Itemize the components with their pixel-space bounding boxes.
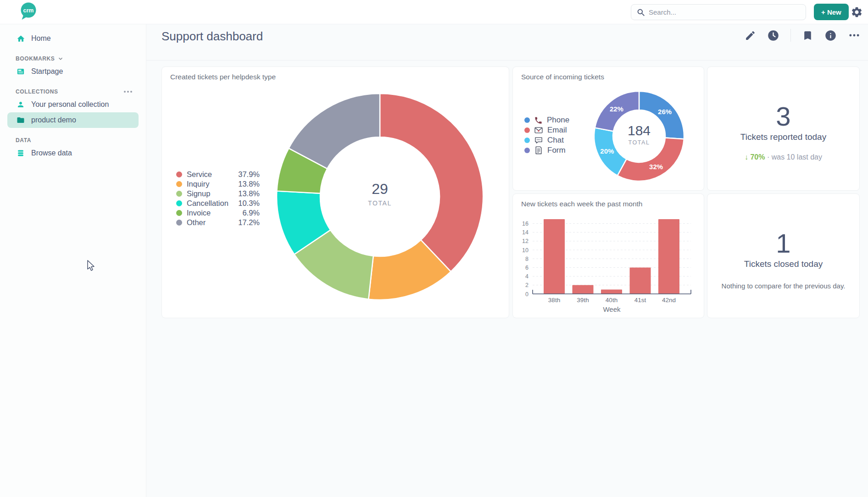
legend-dot bbox=[176, 210, 182, 216]
sidebar-item-label: Home bbox=[31, 34, 51, 43]
legend-label: Invoice bbox=[187, 209, 211, 217]
legend-dot bbox=[524, 127, 530, 133]
delta-percent: 70% bbox=[750, 153, 765, 161]
legend-label: Chat bbox=[547, 136, 564, 145]
legend-item-invoice[interactable]: Invoice6.9% bbox=[176, 208, 260, 218]
legend-label: Other bbox=[187, 218, 206, 227]
startpage-icon bbox=[16, 67, 26, 76]
x-tick-label: 38th bbox=[548, 297, 560, 304]
slice-percent-label: 22% bbox=[610, 105, 623, 113]
search-icon bbox=[636, 8, 646, 17]
settings-gear-icon[interactable] bbox=[851, 6, 863, 20]
legend-label: Email bbox=[547, 126, 567, 135]
legend-item-chat[interactable]: Chat bbox=[524, 135, 593, 145]
actions-divider bbox=[790, 29, 791, 42]
search-input[interactable] bbox=[649, 5, 802, 20]
crm-logo[interactable]: crm bbox=[19, 1, 38, 23]
donut-slice-email[interactable] bbox=[618, 138, 684, 181]
card-new-tickets-each-week[interactable]: New tickets each week the past month 024… bbox=[512, 193, 704, 318]
card-title: New tickets each week the past month bbox=[521, 200, 643, 208]
legend-item-phone[interactable]: Phone bbox=[524, 115, 593, 125]
y-tick-label: 6 bbox=[525, 265, 529, 271]
legend-dot bbox=[524, 148, 530, 153]
x-tick-label: 42nd bbox=[662, 297, 676, 304]
new-button[interactable]: + New bbox=[814, 4, 849, 20]
legend-item-form[interactable]: Form bbox=[524, 145, 593, 155]
legend-dot bbox=[176, 220, 182, 226]
legend-item-signup[interactable]: Signup13.8% bbox=[176, 189, 260, 199]
legend-value: 17.2% bbox=[238, 218, 260, 227]
bar-38th[interactable] bbox=[544, 219, 565, 294]
bar-42nd[interactable] bbox=[658, 219, 679, 294]
crm-logo-icon: crm bbox=[19, 1, 38, 22]
legend-item-service[interactable]: Service37.9% bbox=[176, 170, 260, 179]
legend-item-inquiry[interactable]: Inquiry13.8% bbox=[176, 179, 260, 189]
section-label-text: DATA bbox=[16, 137, 31, 144]
bar-41st[interactable] bbox=[630, 267, 651, 294]
y-tick-label: 0 bbox=[525, 291, 529, 298]
search-box[interactable] bbox=[631, 4, 806, 20]
edit-pencil-icon[interactable] bbox=[745, 30, 756, 41]
card-tickets-closed-today[interactable]: 1 Tickets closed today Nothing to compar… bbox=[707, 193, 860, 318]
sidebar-item-browse-data[interactable]: Browse data bbox=[7, 145, 139, 161]
kpi-value: 3 bbox=[707, 101, 859, 132]
x-tick-label: 40th bbox=[606, 297, 618, 304]
sidebar-item-personal-collection[interactable]: Your personal collection bbox=[7, 97, 139, 112]
helpdesk-donut-legend: Service37.9%Inquiry13.8%Signup13.8%Cance… bbox=[176, 170, 260, 227]
more-options-icon[interactable] bbox=[848, 29, 861, 42]
history-clock-icon[interactable] bbox=[767, 29, 779, 42]
sidebar-item-startpage[interactable]: Startpage bbox=[7, 64, 139, 79]
card-source-of-incoming-tickets[interactable]: Source of incoming tickets 26%32%20%22% … bbox=[512, 66, 704, 191]
bookmark-icon[interactable] bbox=[802, 30, 813, 41]
kpi-label: Tickets reported today bbox=[707, 132, 859, 142]
card-created-tickets-per-helpdesk-type[interactable]: Created tickets per helpdesk type Servic… bbox=[161, 66, 509, 318]
sidebar: Home BOOKMARKS Startpage COLLECTIONS You… bbox=[0, 24, 146, 497]
y-tick-label: 12 bbox=[522, 238, 529, 244]
info-icon[interactable] bbox=[824, 29, 837, 42]
bar-39th[interactable] bbox=[573, 285, 594, 294]
legend-value: 13.8% bbox=[238, 189, 260, 198]
arrow-down-icon: ↓ bbox=[745, 153, 748, 161]
legend-item-cancellation[interactable]: Cancellation10.3% bbox=[176, 199, 260, 208]
sidebar-item-label: product demo bbox=[31, 116, 76, 124]
legend-dot bbox=[524, 117, 530, 123]
sidebar-item-home[interactable]: Home bbox=[7, 31, 139, 46]
folder-icon bbox=[16, 116, 26, 124]
bar-40th[interactable] bbox=[601, 289, 622, 294]
y-tick-label: 14 bbox=[522, 229, 529, 236]
home-icon bbox=[16, 34, 26, 43]
donut-slice-service[interactable] bbox=[380, 94, 483, 271]
person-icon bbox=[16, 100, 26, 109]
legend-label: Form bbox=[547, 146, 566, 155]
slice-percent-label: 32% bbox=[649, 163, 663, 171]
legend-item-email[interactable]: Email bbox=[524, 125, 593, 135]
legend-label: Signup bbox=[187, 189, 210, 198]
y-tick-label: 2 bbox=[525, 282, 529, 288]
main-content: Support dashboard Created tickets per he… bbox=[146, 24, 868, 497]
kpi-label: Tickets closed today bbox=[707, 259, 859, 269]
y-tick-label: 4 bbox=[525, 273, 529, 280]
chat-icon bbox=[534, 136, 543, 145]
y-tick-label: 16 bbox=[522, 221, 529, 227]
kpi-value: 1 bbox=[707, 228, 859, 259]
legend-label: Service bbox=[187, 170, 212, 179]
chevron-down-icon bbox=[57, 55, 64, 62]
legend-dot bbox=[524, 138, 530, 143]
x-tick-label: 41st bbox=[634, 297, 646, 304]
logo-text: crm bbox=[23, 7, 34, 14]
sidebar-section-data: DATA bbox=[16, 137, 139, 144]
slice-percent-label: 26% bbox=[658, 108, 672, 116]
sidebar-item-product-demo[interactable]: product demo bbox=[7, 112, 139, 128]
legend-label: Inquiry bbox=[187, 180, 210, 188]
delta-note: · was 10 last day bbox=[767, 153, 822, 161]
card-tickets-reported-today[interactable]: 3 Tickets reported today ↓ 70% · was 10 … bbox=[707, 66, 860, 191]
legend-label: Phone bbox=[547, 116, 569, 125]
collections-menu-button[interactable] bbox=[124, 91, 132, 93]
x-tick-label: 39th bbox=[577, 297, 589, 304]
legend-label: Cancellation bbox=[187, 199, 228, 208]
database-icon bbox=[16, 149, 26, 157]
weekly-bar-chart: 024681012141638th39th40th41st42nd bbox=[513, 194, 705, 319]
sidebar-item-label: Browse data bbox=[31, 149, 72, 157]
sidebar-section-bookmarks[interactable]: BOOKMARKS bbox=[16, 55, 139, 62]
legend-item-other[interactable]: Other17.2% bbox=[176, 218, 260, 227]
